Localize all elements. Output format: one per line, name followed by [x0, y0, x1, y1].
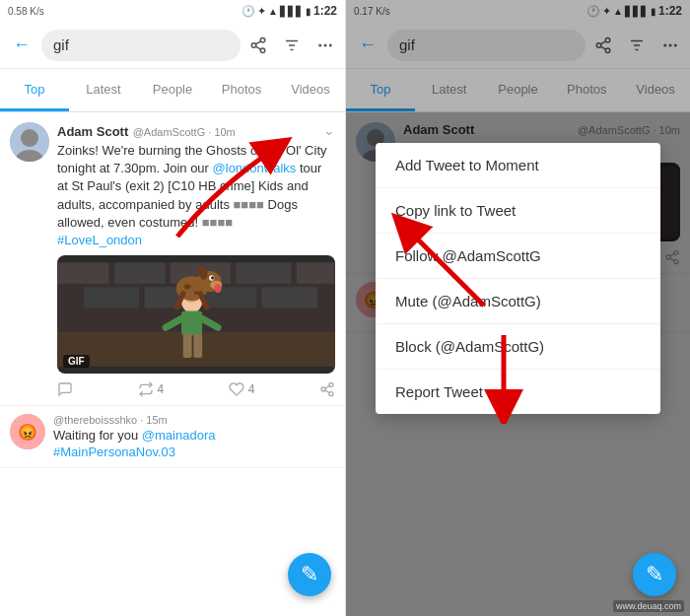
tweet-handle-2-left: @thereboissshko · 15m — [53, 414, 335, 426]
network-speed-left: 0.58 K/s — [8, 6, 44, 17]
tab-latest-left[interactable]: Latest — [69, 69, 138, 111]
tweet-username-1: Adam Scott — [57, 124, 128, 139]
context-menu: Add Tweet to Moment Copy link to Tweet F… — [376, 143, 660, 414]
tweet-feed-left: Adam Scott @AdamScottG · 10m Zoinks! We'… — [0, 112, 345, 616]
wifi-icon: ▲ — [268, 6, 278, 17]
context-menu-item-report[interactable]: Report Tweet — [376, 370, 660, 414]
search-actions-left — [244, 32, 339, 59]
filter-button-left[interactable] — [278, 32, 306, 59]
svg-rect-16 — [57, 262, 109, 284]
tab-videos-left[interactable]: Videos — [276, 69, 345, 111]
share-btn-1[interactable] — [319, 381, 335, 397]
svg-line-4 — [255, 40, 260, 43]
svg-point-45 — [329, 392, 333, 396]
avatar-tweet2-left: 😡 — [10, 414, 45, 449]
svg-rect-28 — [183, 334, 192, 359]
left-panel: 0.58 K/s 🕐 ✦ ▲ ▋▋▋ ▮ 1:22 ← gif — [0, 0, 345, 616]
tabs-left: Top Latest People Photos Videos — [0, 69, 345, 112]
gif-badge-left: GIF — [63, 355, 90, 368]
search-input-left[interactable]: gif — [41, 30, 241, 61]
status-icons-left: 🕐 ✦ ▲ ▋▋▋ ▮ 1:22 — [242, 4, 337, 18]
signal-icon: ▋▋▋ — [280, 6, 304, 17]
tweet-handle-1: @AdamScottG · 10m — [133, 126, 236, 138]
svg-point-36 — [211, 276, 215, 280]
tweet-chevron-1-left[interactable]: ⌄ — [323, 122, 335, 138]
tweet-item-1-left: Adam Scott @AdamScottG · 10m Zoinks! We'… — [0, 112, 345, 406]
context-menu-item-follow[interactable]: Follow @AdamScottG — [376, 234, 660, 279]
svg-line-3 — [255, 46, 260, 49]
avatar-tweet1-left — [10, 122, 49, 162]
svg-point-38 — [215, 284, 222, 293]
svg-point-0 — [260, 37, 265, 42]
context-menu-item-add-moment[interactable]: Add Tweet to Moment — [376, 143, 660, 188]
svg-point-41 — [184, 284, 191, 289]
svg-text:😡: 😡 — [18, 423, 37, 442]
context-menu-item-copy-link[interactable]: Copy link to Tweet — [376, 188, 660, 234]
svg-rect-19 — [236, 262, 292, 284]
clock-icon: 🕐 — [242, 5, 255, 18]
like-btn-1[interactable]: 4 — [229, 381, 255, 397]
search-bar-left: ← gif — [0, 22, 345, 69]
time-left: 1:22 — [313, 4, 337, 18]
svg-point-12 — [21, 129, 38, 147]
svg-rect-27 — [181, 311, 202, 336]
reply-btn-1[interactable] — [57, 381, 73, 397]
tab-top-left[interactable]: Top — [0, 69, 69, 111]
tweet-content-2-left: @thereboissshko · 15m Waiting for you @m… — [53, 414, 335, 459]
tab-people-left[interactable]: People — [138, 69, 207, 111]
svg-rect-20 — [296, 262, 335, 284]
tweet-actions-1-left: 4 4 — [57, 379, 335, 399]
svg-rect-21 — [83, 287, 139, 308]
share-button-left[interactable] — [244, 32, 272, 59]
watermark: www.deuaq.com — [613, 600, 684, 612]
battery-icon: ▮ — [306, 6, 311, 17]
status-bar-left: 0.58 K/s 🕐 ✦ ▲ ▋▋▋ ▮ 1:22 — [0, 0, 345, 22]
svg-point-9 — [324, 43, 327, 46]
right-panel: 0.17 K/s 🕐 ✦ ▲ ▋▋▋ ▮ 1:22 ← gif — [345, 0, 690, 616]
svg-line-46 — [325, 390, 330, 393]
tweet-gif-left[interactable]: GIF — [57, 255, 335, 374]
svg-point-2 — [260, 48, 265, 53]
context-menu-item-mute[interactable]: Mute (@AdamScottG) — [376, 279, 660, 324]
tweet-item-2-left: 😡 @thereboissshko · 15m Waiting for you … — [0, 406, 345, 468]
context-menu-item-block[interactable]: Block (@AdamScottG) — [376, 324, 660, 370]
tweet-content-1-left: Adam Scott @AdamScottG · 10m Zoinks! We'… — [57, 122, 335, 399]
svg-rect-24 — [261, 287, 317, 308]
svg-point-44 — [321, 387, 325, 391]
tweet-header-1-left: Adam Scott @AdamScottG · 10m — [57, 122, 335, 140]
tweet-text-1-left: Zoinks! We're burning the Ghosts of the … — [57, 142, 335, 249]
svg-point-1 — [251, 42, 256, 47]
svg-rect-29 — [193, 334, 202, 359]
svg-point-42 — [193, 291, 198, 295]
compose-fab-right[interactable]: ✎ — [633, 553, 676, 596]
compose-fab-left[interactable]: ✎ — [288, 553, 331, 596]
retweet-btn-1[interactable]: 4 — [138, 381, 165, 397]
tweet-hashtag-2-left: #MainPersonaNov.03 — [53, 445, 335, 459]
tweet-text-2-left: Waiting for you @mainadora — [53, 428, 335, 443]
bluetooth-icon: ✦ — [257, 5, 266, 18]
svg-point-8 — [318, 43, 321, 46]
svg-point-43 — [329, 382, 333, 386]
svg-line-47 — [325, 385, 330, 388]
more-button-left[interactable] — [311, 32, 339, 59]
svg-point-10 — [329, 43, 332, 46]
svg-rect-17 — [113, 262, 166, 284]
back-button-left[interactable]: ← — [6, 30, 37, 61]
tab-photos-left[interactable]: Photos — [207, 69, 276, 111]
